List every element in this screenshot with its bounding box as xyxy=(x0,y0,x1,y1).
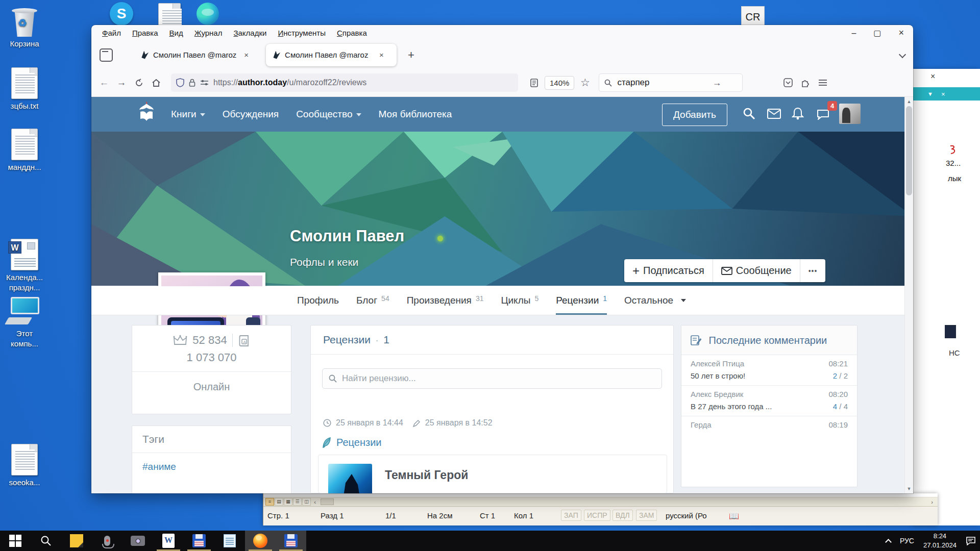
zoom-level-button[interactable]: 140% xyxy=(545,76,574,90)
chat-icon[interactable] xyxy=(816,109,829,122)
language-indicator[interactable]: РУС xyxy=(900,537,914,545)
more-actions-button[interactable]: ••• xyxy=(800,259,826,282)
menu-hamburger-icon[interactable] xyxy=(814,74,831,91)
review-search[interactable] xyxy=(322,368,662,389)
word-view-outline-button[interactable]: ☰ xyxy=(293,498,302,506)
scrollbar-thumb[interactable] xyxy=(906,106,912,195)
nav-community[interactable]: Сообщество xyxy=(296,109,361,120)
desktop-icon-txt-file-1[interactable]: зцбы.txt xyxy=(0,67,49,111)
scroll-left-arrow[interactable]: ‹ xyxy=(311,499,318,505)
menu-edit[interactable]: Правка xyxy=(128,27,163,39)
desktop-icon-recycle-bin[interactable]: ♻ Корзина xyxy=(0,5,49,49)
status-language[interactable]: русский (Ро xyxy=(666,511,707,520)
pocket-icon[interactable] xyxy=(779,74,797,91)
comment-item[interactable]: Герда08:19 xyxy=(681,416,857,434)
toggle-record[interactable]: ЗАП xyxy=(561,510,581,521)
tag-anime[interactable]: #аниме xyxy=(132,453,291,481)
tab-other[interactable]: Остальное xyxy=(624,286,686,315)
tab-1[interactable]: Смолин Павел @maroz × xyxy=(134,44,255,66)
action-center-icon[interactable] xyxy=(966,536,976,545)
taskbar-camera[interactable] xyxy=(122,531,153,551)
menu-bookmarks[interactable]: Закладки xyxy=(229,27,271,39)
desktop-icon-word-doc[interactable]: W Календа... праздн... xyxy=(0,239,49,293)
tray-expand-icon[interactable] xyxy=(885,539,892,545)
toggle-extend[interactable]: ВДЛ xyxy=(612,510,633,521)
bell-icon[interactable] xyxy=(792,107,805,120)
review-card[interactable]: Темный Герой xyxy=(318,455,667,493)
book-cover[interactable] xyxy=(328,464,372,493)
close-tab-icon[interactable]: × xyxy=(244,51,249,59)
taskbar-word[interactable]: W xyxy=(153,531,184,551)
start-button[interactable] xyxy=(0,531,31,551)
taskbar-firefox[interactable] xyxy=(245,531,276,551)
taskbar-document[interactable] xyxy=(276,531,306,551)
add-button[interactable]: Добавить xyxy=(662,104,727,126)
nav-books[interactable]: Книги xyxy=(171,109,205,120)
site-search-icon[interactable] xyxy=(743,107,756,120)
search-bar[interactable]: → xyxy=(599,73,743,92)
menu-file[interactable]: Файл xyxy=(97,27,126,39)
desktop-icon-txt-file-3[interactable]: soeoka... xyxy=(0,444,49,488)
clock[interactable]: 8:24 27.01.2024 xyxy=(923,532,957,549)
scroll-right-arrow[interactable]: › xyxy=(928,499,936,505)
reader-mode-icon[interactable] xyxy=(525,74,543,91)
tracking-shield-icon[interactable] xyxy=(176,78,184,87)
scroll-up-arrow[interactable]: ▲ xyxy=(905,99,913,104)
word-view-reading-button[interactable]: ◫ xyxy=(302,498,311,506)
back-icon[interactable]: ← xyxy=(95,74,113,91)
review-search-input[interactable] xyxy=(341,373,627,384)
nav-discussions[interactable]: Обсуждения xyxy=(223,109,279,120)
forward-icon[interactable]: → xyxy=(113,74,130,91)
search-input[interactable] xyxy=(616,77,708,88)
comment-item[interactable]: Алексей Птица08:21 50 лет в строю! 2 / 2 xyxy=(681,355,857,385)
new-tab-button[interactable]: + xyxy=(408,48,414,62)
menu-help[interactable]: Справка xyxy=(332,27,372,39)
lock-icon[interactable] xyxy=(189,79,195,87)
book-title[interactable]: Темный Герой xyxy=(385,468,468,482)
word-view-web-button[interactable]: ▤ xyxy=(275,498,283,506)
reload-icon[interactable] xyxy=(130,74,148,91)
bookmark-star-icon[interactable]: ☆ xyxy=(576,74,594,91)
taskbar-voice-recorder[interactable] xyxy=(92,531,122,551)
taskbar-search-button[interactable] xyxy=(31,531,61,551)
message-button[interactable]: Сообщение xyxy=(713,259,800,282)
taskbar-wordpad[interactable] xyxy=(184,531,214,551)
home-icon[interactable] xyxy=(148,74,165,91)
search-go-icon[interactable]: → xyxy=(712,78,721,88)
tab-blog[interactable]: Блог54 xyxy=(356,286,389,315)
subscribe-button[interactable]: + Подписаться xyxy=(624,259,713,282)
nav-my-library[interactable]: Моя библиотека xyxy=(379,109,452,120)
scrollbar-thumb[interactable] xyxy=(321,498,334,505)
menu-view[interactable]: Вид xyxy=(165,27,188,39)
maximize-button[interactable]: ▢ xyxy=(873,28,881,38)
scroll-down-arrow[interactable]: ▼ xyxy=(905,486,913,491)
taskbar-notepad[interactable] xyxy=(214,531,245,551)
desktop-icon-skype[interactable]: S xyxy=(110,2,133,26)
word-horizontal-scrollbar[interactable]: ≡ ▤ ▦ ☰ ◫ ‹ › xyxy=(263,497,938,506)
taskbar-sticky-notes[interactable] xyxy=(61,531,92,551)
desktop-icon-edge[interactable] xyxy=(197,3,219,25)
tab-profile[interactable]: Профиль xyxy=(297,286,339,315)
permissions-icon[interactable] xyxy=(200,80,209,86)
close-tab-icon[interactable]: × xyxy=(379,51,384,59)
menu-tools[interactable]: Инструменты xyxy=(273,27,330,39)
tab-works[interactable]: Произведения31 xyxy=(407,286,484,315)
tab-reviews[interactable]: Рецензии1 xyxy=(556,286,607,315)
extensions-icon[interactable] xyxy=(797,74,814,91)
word-view-normal-button[interactable]: ≡ xyxy=(265,498,274,506)
url-bar[interactable]: https://author.today/u/marozoff22/review… xyxy=(171,73,518,92)
chevron-down-icon[interactable]: ▼ xyxy=(927,91,933,97)
page-scrollbar[interactable]: ▲ ▼ xyxy=(904,97,913,493)
reviews-link[interactable]: Рецензии xyxy=(322,437,382,448)
desktop-icon-cr[interactable]: CR xyxy=(741,6,765,28)
user-avatar[interactable] xyxy=(839,104,861,124)
authortoday-logo[interactable] xyxy=(135,102,158,127)
toggle-overtype[interactable]: ЗАМ xyxy=(636,510,657,521)
comment-item[interactable]: Алекс Бредвик08:20 В 27 день этого года … xyxy=(681,385,857,416)
list-all-tabs-icon[interactable] xyxy=(899,51,906,58)
toggle-track[interactable]: ИСПР xyxy=(584,510,610,521)
close-icon[interactable]: × xyxy=(930,72,935,81)
close-button[interactable]: × xyxy=(898,28,904,38)
desktop-icon-txt-file-2[interactable]: манддн... xyxy=(0,129,49,172)
tab-cycles[interactable]: Циклы5 xyxy=(501,286,538,315)
